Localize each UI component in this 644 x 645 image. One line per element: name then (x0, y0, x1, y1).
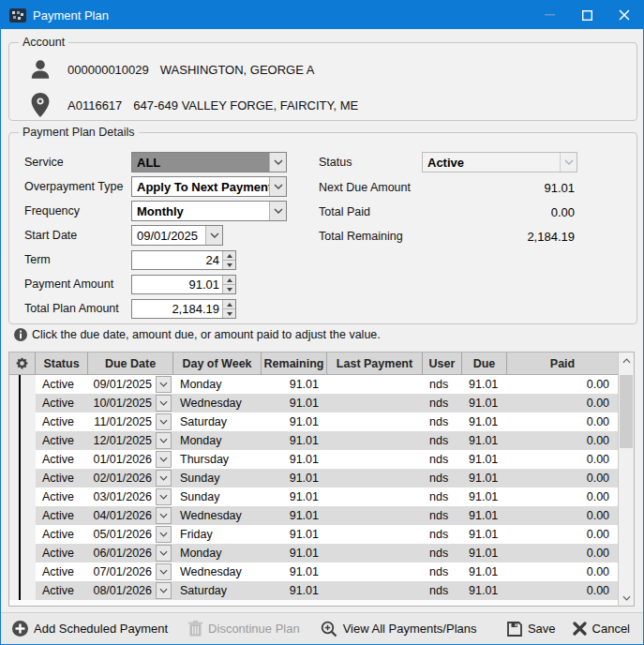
cell-due[interactable]: 91.01 (462, 450, 507, 469)
cell-due-date[interactable]: 03/01/2026 (88, 488, 173, 506)
due-date-dropdown-button[interactable] (156, 395, 172, 412)
spin-down-button[interactable] (223, 284, 235, 293)
chevron-down-icon[interactable] (205, 226, 222, 245)
add-scheduled-payment-button[interactable]: Add Scheduled Payment (12, 621, 168, 637)
cell-due-date[interactable]: 05/01/2026 (88, 525, 173, 544)
column-header-day-of-week[interactable]: Day of Week (173, 352, 262, 374)
due-date-dropdown-button[interactable] (156, 563, 172, 580)
table-row[interactable]: Active11/01/2025Saturday91.01nds91.010.0… (9, 412, 618, 431)
cell-due-date[interactable]: 07/01/2026 (88, 562, 173, 581)
cell-paid[interactable]: 0.00 (507, 375, 618, 394)
spin-up-button[interactable] (223, 251, 235, 260)
cell-due[interactable]: 91.01 (462, 488, 507, 506)
cell-due[interactable]: 91.01 (462, 394, 507, 412)
table-row[interactable]: Active06/01/2026Monday91.01nds91.010.00 (9, 544, 618, 562)
table-row[interactable]: Active05/01/2026Friday91.01nds91.010.00 (9, 525, 618, 544)
cell-due-date[interactable]: 06/01/2026 (88, 544, 173, 562)
column-header-last-payment[interactable]: Last Payment (327, 352, 423, 374)
table-row[interactable]: Active03/01/2026Sunday91.01nds91.010.00 (9, 488, 618, 506)
cell-paid[interactable]: 0.00 (507, 450, 618, 469)
column-header-due[interactable]: Due (462, 352, 507, 374)
service-dropdown[interactable]: ALL (131, 152, 287, 172)
frequency-dropdown[interactable]: Monthly (131, 201, 287, 221)
cell-due[interactable]: 91.01 (462, 544, 507, 562)
cell-paid[interactable]: 0.00 (507, 581, 618, 600)
column-header-due-date[interactable]: Due Date (88, 352, 173, 374)
maximize-button[interactable] (568, 1, 606, 29)
cell-due[interactable]: 91.01 (462, 562, 507, 581)
chevron-down-icon[interactable] (269, 202, 286, 220)
due-date-dropdown-button[interactable] (156, 545, 172, 562)
table-row[interactable]: Active01/01/2026Thursday91.01nds91.010.0… (9, 450, 618, 469)
overpayment-type-value: Apply To Next Payment (132, 180, 269, 194)
due-date-dropdown-button[interactable] (156, 582, 172, 599)
close-button[interactable] (606, 1, 643, 29)
table-row[interactable]: Active04/01/2026Wednesday91.01nds91.010.… (9, 506, 618, 525)
cell-due-date[interactable]: 11/01/2025 (88, 412, 173, 431)
view-all-payments-button[interactable]: View All Payments/Plans (321, 621, 477, 638)
cell-paid[interactable]: 0.00 (507, 431, 618, 450)
column-header-paid[interactable]: Paid (507, 352, 618, 374)
cell-due[interactable]: 91.01 (462, 469, 507, 488)
table-row[interactable]: Active12/01/2025Monday91.01nds91.010.00 (9, 431, 618, 450)
cell-paid[interactable]: 0.00 (507, 469, 618, 488)
due-date-dropdown-button[interactable] (156, 488, 172, 505)
cell-paid[interactable]: 0.00 (507, 525, 618, 544)
cell-status: Active (36, 506, 88, 525)
table-row[interactable]: Active02/01/2026Sunday91.01nds91.010.00 (9, 469, 618, 488)
payment-amount-stepper[interactable]: 91.01 (131, 275, 236, 294)
spin-up-button[interactable] (223, 276, 235, 284)
total-plan-amount-stepper[interactable]: 2,184.19 (131, 299, 236, 319)
due-date-dropdown-button[interactable] (156, 413, 172, 430)
cell-due[interactable]: 91.01 (462, 431, 507, 450)
save-button[interactable]: Save (507, 622, 556, 637)
cell-due-date[interactable]: 02/01/2026 (88, 469, 173, 488)
cancel-button[interactable]: Cancel (573, 622, 630, 636)
due-date-dropdown-button[interactable] (156, 376, 172, 393)
due-date-dropdown-button[interactable] (156, 526, 172, 543)
overpayment-type-dropdown[interactable]: Apply To Next Payment (131, 176, 287, 197)
term-stepper[interactable]: 24 (131, 250, 236, 270)
table-row[interactable]: Active09/01/2025Monday91.01nds91.010.00 (9, 375, 618, 394)
cell-due-date[interactable]: 01/01/2026 (88, 450, 173, 469)
cell-due[interactable]: 91.01 (462, 506, 507, 525)
cell-due[interactable]: 91.01 (462, 581, 507, 600)
spin-down-button[interactable] (223, 260, 235, 269)
cell-paid[interactable]: 0.00 (507, 394, 618, 412)
chevron-down-icon[interactable] (269, 177, 286, 196)
cell-due-date[interactable]: 08/01/2026 (88, 581, 173, 600)
cell-due-date[interactable]: 09/01/2025 (88, 375, 173, 394)
discontinue-plan-button: Discontinue Plan (188, 621, 300, 637)
column-header-remaining[interactable]: Remaining (262, 352, 327, 374)
column-header-user[interactable]: User (423, 352, 462, 374)
due-date-dropdown-button[interactable] (156, 470, 172, 487)
cell-due-date[interactable]: 04/01/2026 (88, 506, 173, 525)
grid-settings-cell[interactable] (9, 352, 36, 374)
cell-paid[interactable]: 0.00 (507, 544, 618, 562)
vertical-scrollbar[interactable] (618, 352, 634, 606)
spin-down-button[interactable] (223, 308, 235, 318)
cell-paid[interactable]: 0.00 (507, 506, 618, 525)
column-header-status[interactable]: Status (36, 352, 88, 374)
due-date-dropdown-button[interactable] (156, 432, 172, 449)
cell-due[interactable]: 91.01 (462, 412, 507, 431)
cell-paid[interactable]: 0.00 (507, 488, 618, 506)
cell-paid[interactable]: 0.00 (507, 562, 618, 581)
start-date-picker[interactable]: 09/01/2025 (131, 225, 223, 246)
chevron-down-icon[interactable] (269, 153, 286, 172)
scrollbar-thumb[interactable] (620, 375, 633, 448)
cell-due-date[interactable]: 12/01/2025 (88, 431, 173, 450)
save-icon (507, 622, 522, 637)
due-date-dropdown-button[interactable] (156, 507, 172, 524)
cell-paid[interactable]: 0.00 (507, 412, 618, 431)
scroll-down-button[interactable] (619, 590, 634, 606)
table-row[interactable]: Active07/01/2026Wednesday91.01nds91.010.… (9, 562, 618, 581)
table-row[interactable]: Active08/01/2026Saturday91.01nds91.010.0… (9, 581, 618, 600)
table-row[interactable]: Active10/01/2025Wednesday91.01nds91.010.… (9, 394, 618, 412)
due-date-dropdown-button[interactable] (156, 451, 172, 468)
cell-due-date[interactable]: 10/01/2025 (88, 394, 173, 412)
spin-up-button[interactable] (223, 300, 235, 308)
cell-due[interactable]: 91.01 (462, 375, 507, 394)
scroll-up-button[interactable] (619, 352, 634, 368)
cell-due[interactable]: 91.01 (462, 525, 507, 544)
